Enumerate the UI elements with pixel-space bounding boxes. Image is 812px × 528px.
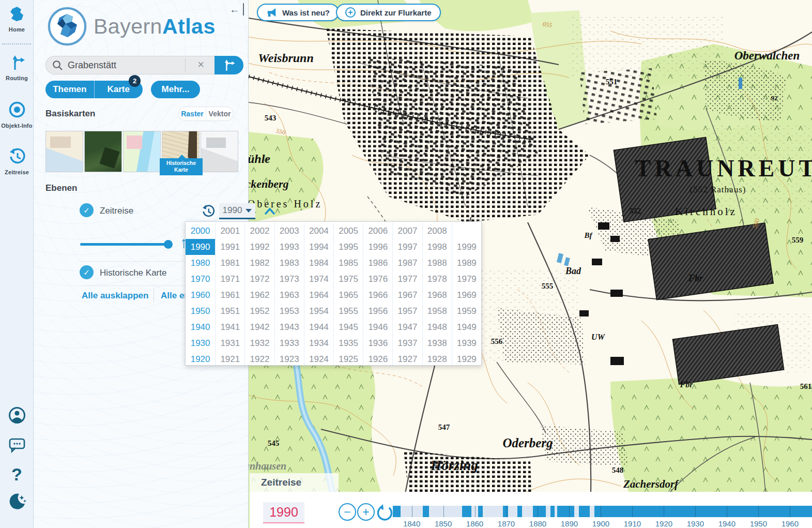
- year-option[interactable]: 1958: [422, 303, 452, 319]
- year-option[interactable]: 1981: [215, 255, 244, 271]
- year-option[interactable]: 1971: [215, 271, 244, 287]
- year-option[interactable]: 1925: [333, 351, 363, 367]
- year-option[interactable]: 1959: [452, 303, 481, 319]
- year-option[interactable]: 2005: [333, 223, 363, 239]
- year-option[interactable]: 1932: [244, 335, 274, 351]
- year-option[interactable]: 1962: [244, 287, 274, 303]
- year-option[interactable]: 1968: [422, 287, 452, 303]
- toggle-raster[interactable]: Raster: [179, 107, 206, 120]
- year-option[interactable]: 1937: [392, 335, 422, 351]
- tab-mehr[interactable]: Mehr...: [151, 81, 200, 98]
- year-option[interactable]: 1939: [452, 335, 481, 351]
- year-option[interactable]: 1947: [392, 319, 422, 335]
- year-option[interactable]: 1979: [452, 271, 481, 287]
- year-option[interactable]: 1920: [186, 351, 215, 367]
- year-option[interactable]: 1927: [392, 351, 422, 367]
- year-option[interactable]: 1928: [422, 351, 452, 367]
- year-option[interactable]: 2008: [422, 223, 452, 239]
- year-option[interactable]: 1973: [274, 271, 304, 287]
- timeline-zoom-out-button[interactable]: −: [339, 503, 356, 521]
- year-option[interactable]: 1929: [452, 351, 481, 367]
- year-option[interactable]: 1948: [422, 319, 452, 335]
- sidebar-item-home[interactable]: Home: [0, 6, 34, 34]
- year-option[interactable]: 1978: [422, 271, 452, 287]
- help-button[interactable]: ?: [0, 464, 34, 485]
- toggle-vektor[interactable]: Vektor: [206, 107, 233, 120]
- year-option[interactable]: 1970: [186, 271, 215, 287]
- feedback-button[interactable]: [0, 437, 34, 454]
- basemap-thumb-historical[interactable]: HistorischeKarte: [162, 131, 200, 172]
- year-option[interactable]: 1987: [392, 255, 422, 271]
- year-option[interactable]: 1946: [363, 319, 392, 335]
- zeitreise-layer-checkbox[interactable]: ✓: [80, 203, 94, 217]
- timeline-available-segment[interactable]: [423, 506, 429, 517]
- tab-themen[interactable]: Themen: [45, 81, 94, 98]
- year-option[interactable]: 1991: [215, 239, 244, 255]
- year-option[interactable]: 1989: [452, 255, 481, 271]
- year-option[interactable]: 1964: [304, 287, 333, 303]
- year-option[interactable]: 1960: [186, 287, 215, 303]
- year-option[interactable]: 1961: [215, 287, 244, 303]
- year-option[interactable]: 1943: [274, 319, 304, 335]
- year-option[interactable]: 1933: [274, 335, 304, 351]
- year-option[interactable]: 1931: [215, 335, 244, 351]
- layer-history-icon[interactable]: [201, 204, 216, 219]
- year-select-dropdown[interactable]: 1990: [219, 203, 255, 219]
- year-option[interactable]: 1924: [304, 351, 333, 367]
- timeline-available-segment[interactable]: [550, 506, 555, 517]
- year-option[interactable]: 2003: [274, 223, 304, 239]
- search-field[interactable]: ×: [45, 56, 215, 74]
- year-option[interactable]: 1922: [244, 351, 274, 367]
- search-input[interactable]: [68, 60, 197, 71]
- year-option[interactable]: 1986: [363, 255, 392, 271]
- year-option[interactable]: 1963: [274, 287, 304, 303]
- sidebar-item-zeitreise[interactable]: Zeitreise: [0, 148, 34, 176]
- year-option[interactable]: 1972: [244, 271, 274, 287]
- year-option[interactable]: 1935: [333, 335, 363, 351]
- year-option[interactable]: 2000: [186, 223, 215, 239]
- timeline-available-segment[interactable]: [557, 506, 574, 517]
- year-option[interactable]: 1949: [452, 319, 481, 335]
- year-option[interactable]: 1998: [422, 239, 452, 255]
- year-option[interactable]: 1997: [392, 239, 422, 255]
- year-option[interactable]: 1944: [304, 319, 333, 335]
- slider-thumb[interactable]: [164, 240, 173, 249]
- year-option[interactable]: 1996: [363, 239, 392, 255]
- timeline-available-segment[interactable]: [517, 506, 522, 517]
- year-option[interactable]: 1988: [422, 255, 452, 271]
- chevron-up-icon[interactable]: [265, 207, 275, 215]
- year-option[interactable]: 1965: [333, 287, 363, 303]
- year-option[interactable]: 1926: [363, 351, 392, 367]
- timeline-zoom-in-button[interactable]: +: [357, 503, 375, 521]
- year-option[interactable]: 1982: [244, 255, 274, 271]
- timeline-available-segment[interactable]: [579, 506, 590, 517]
- year-option[interactable]: 1954: [304, 303, 333, 319]
- current-year-display[interactable]: 1990: [263, 502, 304, 523]
- clear-search-icon[interactable]: ×: [197, 58, 204, 71]
- year-option[interactable]: 1974: [304, 271, 333, 287]
- year-option[interactable]: 2004: [304, 223, 333, 239]
- year-option[interactable]: 1969: [452, 287, 481, 303]
- year-option[interactable]: 1980: [186, 255, 215, 271]
- year-option[interactable]: 1930: [186, 335, 215, 351]
- year-option[interactable]: 1923: [274, 351, 304, 367]
- year-option[interactable]: 1994: [304, 239, 333, 255]
- year-option[interactable]: 1967: [392, 287, 422, 303]
- collapse-panel-icon[interactable]: ←: [226, 3, 244, 16]
- year-option[interactable]: 1945: [333, 319, 363, 335]
- year-option[interactable]: 1955: [333, 303, 363, 319]
- dark-mode-button[interactable]: [0, 492, 34, 511]
- year-option[interactable]: 1952: [244, 303, 274, 319]
- year-option[interactable]: 1956: [363, 303, 392, 319]
- year-option[interactable]: 1977: [392, 271, 422, 287]
- flurkarte-button[interactable]: + Direkt zur Flurkarte: [336, 4, 441, 21]
- basemap-thumb-topo[interactable]: [123, 131, 161, 172]
- year-option[interactable]: 2002: [244, 223, 274, 239]
- year-option[interactable]: 1985: [333, 255, 363, 271]
- whats-new-button[interactable]: Was ist neu?: [257, 4, 339, 21]
- year-option[interactable]: 1990: [186, 239, 215, 255]
- year-option[interactable]: 1957: [392, 303, 422, 319]
- timeline-reset-button[interactable]: [376, 503, 394, 521]
- historische-karte-checkbox[interactable]: ✓: [80, 265, 94, 279]
- year-option[interactable]: 1941: [215, 319, 244, 335]
